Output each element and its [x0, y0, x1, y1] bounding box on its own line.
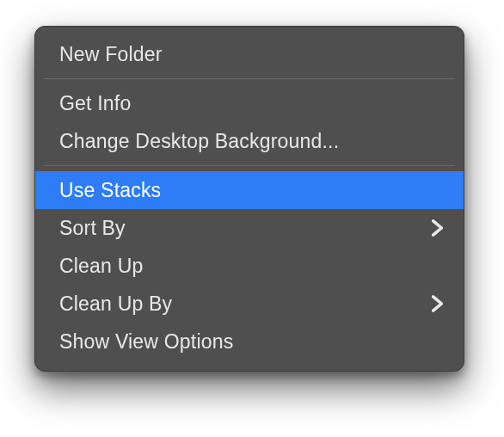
menu-item-sort-by[interactable]: Sort By [35, 209, 464, 247]
menu-item-new-folder[interactable]: New Folder [35, 35, 464, 73]
menu-item-clean-up-by[interactable]: Clean Up By [35, 285, 464, 323]
menu-item-use-stacks[interactable]: Use Stacks [35, 171, 464, 209]
chevron-right-icon [432, 295, 443, 312]
menu-item-label: Sort By [59, 217, 126, 240]
menu-separator [44, 78, 455, 79]
menu-item-label: New Folder [59, 43, 163, 66]
chevron-right-icon [432, 219, 443, 237]
menu-item-get-info[interactable]: Get Info [35, 84, 464, 122]
menu-item-label: Show View Options [59, 330, 233, 354]
menu-item-label: Clean Up [59, 255, 144, 278]
menu-item-clean-up[interactable]: Clean Up [35, 247, 464, 285]
context-menu: New Folder Get Info Change Desktop Backg… [34, 26, 464, 372]
menu-separator [44, 165, 455, 166]
menu-item-change-desktop-background[interactable]: Change Desktop Background... [35, 122, 464, 160]
menu-item-show-view-options[interactable]: Show View Options [35, 323, 464, 360]
menu-item-label: Clean Up By [59, 292, 172, 316]
menu-item-label: Change Desktop Background... [59, 130, 339, 153]
menu-item-label: Use Stacks [59, 179, 161, 202]
menu-item-label: Get Info [59, 92, 131, 115]
